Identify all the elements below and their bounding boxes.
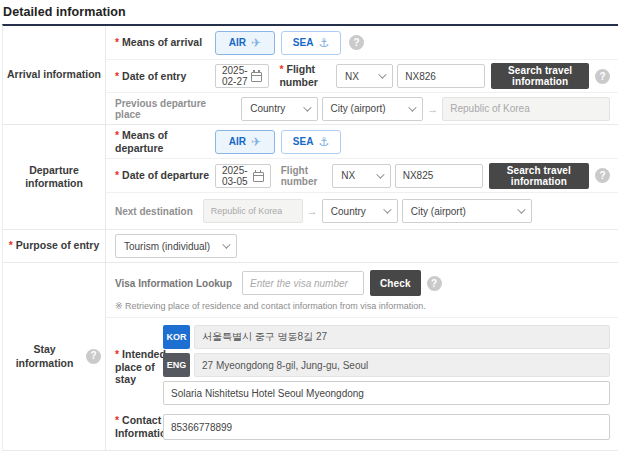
visa-number-input[interactable] <box>242 271 364 295</box>
purpose-of-entry-value: Tourism (individual) <box>124 241 210 252</box>
next-country-select[interactable]: Country <box>322 199 398 223</box>
arrival-flight-number-label: Flight number <box>279 63 328 88</box>
arrival-sea-button[interactable]: SEA ⚓ <box>281 31 341 55</box>
previous-city-select[interactable]: City (airport) <box>322 97 424 121</box>
kor-address-input[interactable] <box>194 325 610 349</box>
previous-city-value: City (airport) <box>331 103 386 114</box>
arrow-right-icon: → <box>303 205 322 217</box>
airplane-icon: ✈ <box>251 36 261 50</box>
date-of-entry-value: 2025-02-27 <box>222 65 251 87</box>
arrival-search-help-icon[interactable]: ? <box>595 69 610 84</box>
purpose-section: Purpose of entry Tourism (individual) <box>3 230 618 263</box>
contact-information-label: Contact Information <box>115 414 163 439</box>
date-of-departure-label: Date of departure <box>115 169 215 182</box>
airplane-icon: ✈ <box>251 135 261 149</box>
departure-search-travel-button[interactable]: Search travel information <box>489 163 589 189</box>
departure-airline-value: NX <box>341 170 355 181</box>
chevron-down-icon <box>383 205 391 213</box>
arrival-air-label: AIR <box>229 37 246 48</box>
ship-icon: ⚓ <box>318 36 329 50</box>
detail-address-input[interactable] <box>163 381 610 405</box>
detailed-information-page: Detailed information Arrival information… <box>0 0 620 451</box>
eng-address-input[interactable] <box>194 353 610 377</box>
arrival-section-label: Arrival information <box>3 26 106 124</box>
visa-check-help-icon[interactable]: ? <box>427 276 442 291</box>
detailed-information-form: Arrival information Means of arrival AIR… <box>2 24 618 451</box>
contact-information-input[interactable] <box>163 414 610 440</box>
departure-air-label: AIR <box>229 136 246 147</box>
means-of-arrival-help-icon[interactable]: ? <box>349 35 364 50</box>
calendar-icon[interactable] <box>253 172 264 182</box>
departure-sea-label: SEA <box>293 136 314 147</box>
arrival-destination-input <box>442 97 610 121</box>
stay-section: Stay information ? Visa Information Look… <box>3 263 618 451</box>
stay-section-label: Stay information ? <box>3 263 106 450</box>
arrow-right-icon: → <box>423 103 442 115</box>
departure-airline-select[interactable]: NX <box>332 164 390 188</box>
departure-section: Departure information Means of departure… <box>3 125 618 230</box>
ship-icon: ⚓ <box>318 135 329 149</box>
chevron-down-icon <box>303 103 311 111</box>
previous-departure-place-label: Previous departure place <box>115 98 231 120</box>
arrival-flight-number-input[interactable] <box>397 64 485 88</box>
visa-lookup-label: Visa Information Lookup <box>115 278 232 289</box>
next-city-value: City (airport) <box>411 206 466 217</box>
calendar-icon[interactable] <box>251 72 262 82</box>
arrival-airline-select[interactable]: NX <box>336 64 393 88</box>
intended-place-of-stay-label: Intended place of stay <box>115 348 163 386</box>
departure-section-label: Departure information <box>3 125 106 229</box>
page-title: Detailed information <box>2 3 618 24</box>
departure-air-button[interactable]: AIR ✈ <box>215 130 275 154</box>
stay-information-help-icon[interactable]: ? <box>86 349 101 364</box>
arrival-airline-value: NX <box>345 71 359 82</box>
previous-country-value: Country <box>250 103 285 114</box>
chevron-down-icon <box>517 205 525 213</box>
eng-badge: ENG <box>163 353 190 377</box>
visa-note: ※ Retrieving place of residence and cont… <box>115 301 610 317</box>
date-of-entry-input[interactable]: 2025-02-27 <box>215 64 269 88</box>
means-of-departure-label: Means of departure <box>115 129 215 154</box>
departure-origin-input <box>203 199 303 223</box>
arrival-air-button[interactable]: AIR ✈ <box>215 31 275 55</box>
arrival-section: Arrival information Means of arrival AIR… <box>3 26 618 125</box>
visa-check-button[interactable]: Check <box>370 270 421 296</box>
chevron-down-icon <box>376 170 384 178</box>
departure-flight-number-label: Flight number <box>281 165 325 187</box>
next-destination-label: Next destination <box>115 206 193 217</box>
kor-badge: KOR <box>163 325 190 349</box>
date-of-entry-label: Date of entry <box>115 70 215 83</box>
chevron-down-icon <box>378 70 386 78</box>
date-of-departure-input[interactable]: 2025-03-05 <box>215 164 271 188</box>
departure-search-help-icon[interactable]: ? <box>595 168 610 183</box>
next-country-value: Country <box>331 206 366 217</box>
purpose-of-entry-select[interactable]: Tourism (individual) <box>115 234 237 258</box>
chevron-down-icon <box>408 103 416 111</box>
date-of-departure-value: 2025-03-05 <box>222 165 253 187</box>
departure-sea-button[interactable]: SEA ⚓ <box>281 130 341 154</box>
means-of-arrival-label: Means of arrival <box>115 36 215 49</box>
departure-flight-number-input[interactable] <box>395 164 483 188</box>
next-city-select[interactable]: City (airport) <box>402 199 532 223</box>
arrival-sea-label: SEA <box>293 37 314 48</box>
arrival-search-travel-button[interactable]: Search travel information <box>491 63 589 89</box>
purpose-of-entry-label: Purpose of entry <box>3 230 106 262</box>
previous-country-select[interactable]: Country <box>241 97 317 121</box>
chevron-down-icon <box>222 240 230 248</box>
